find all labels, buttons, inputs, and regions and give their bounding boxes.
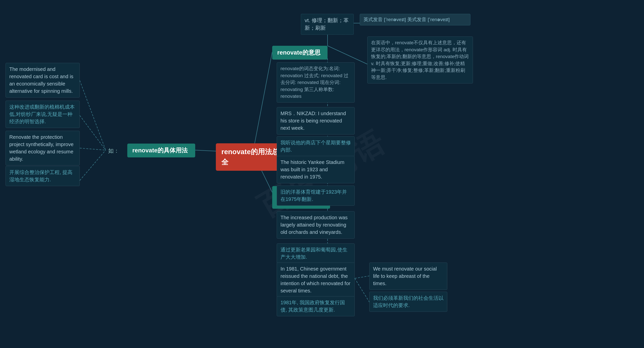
example-cn-2: 旧的洋基体育馆建于1923年并在1975年翻新. [277,186,355,206]
top-definition: vt. 修理；翻新；革新；刷新 [301,14,354,35]
example-cn-3: 通过更新老果园和葡萄园,使生产大大增加. [277,243,355,264]
svg-line-4 [195,150,216,151]
svg-line-3 [80,150,106,181]
example-en-5: We must renovate our social life to keep… [369,263,447,290]
svg-line-30 [355,278,370,303]
example-en-3: The increased production was largely att… [277,211,355,239]
example-en-2: The historic Yankee Stadium was built in… [277,156,355,183]
svg-line-12 [328,46,367,64]
svg-line-0 [80,80,106,150]
left-leaf-3: Renovate the protection project syntheti… [6,131,80,165]
left-leaf-1: The modernised and renovated card is cos… [6,63,80,98]
pronunciation-node: 英式发音 [ˈrenəveɪt] 美式发音 [ˈrenəveɪt] [360,14,470,25]
branch-meaning: renovate的意思 [272,46,328,60]
svg-line-2 [80,148,106,150]
example-cn-1: 我听说他的商店下个星期要整修内部. [277,136,355,156]
label-ru: 如： [106,145,122,156]
word-forms: renovate的词态变化为:名词: renovation 过去式: renov… [277,62,355,103]
example-cn-5: 我们必须革新我们的社会生活以适应时代的要求. [369,292,447,312]
svg-line-29 [355,276,370,278]
branch-specific-usage: renovate的具体用法 [127,144,195,157]
left-leaf-2: 这种改进或翻新的梳棉机成本低,对纺纱厂来说,无疑是一种经济的明智选择. [6,101,80,128]
example-en-1: MRS．NIKZAD: I understand his store is be… [277,107,355,135]
meaning-detail: 在英语中，renovate不仅具有上述意思，还有更详尽的用法，renovate作… [367,36,473,83]
svg-line-1 [80,115,106,150]
example-cn-4: 1981年, 我国政府恢复发行国债, 其政策意图几度更新. [277,296,355,316]
example-en-4: In 1981, Chinese government reissued the… [277,263,355,297]
svg-line-5 [254,52,272,146]
left-leaf-4: 开展综合整治保护工程, 提高湿地生态恢复能力. [6,166,80,186]
